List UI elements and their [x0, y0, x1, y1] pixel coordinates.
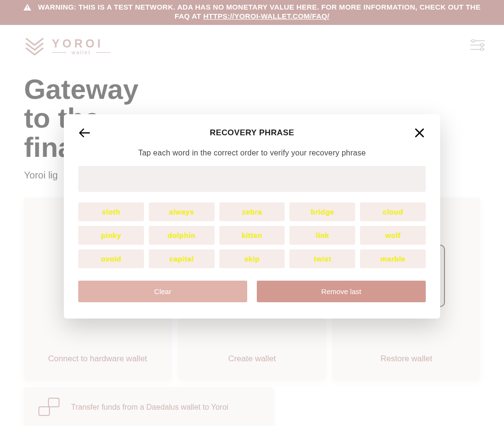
selected-words-area[interactable]	[78, 166, 426, 192]
close-icon[interactable]	[413, 127, 426, 139]
clear-button[interactable]: Clear	[78, 281, 247, 302]
remove-last-button[interactable]: Remove last	[257, 281, 426, 302]
recovery-phrase-modal: RECOVERY PHRASE Tap each word in the cor…	[64, 114, 440, 319]
recovery-word[interactable]: always	[149, 202, 215, 221]
recovery-word[interactable]: dolphin	[149, 226, 215, 245]
back-arrow-icon[interactable]	[78, 127, 91, 139]
modal-title: RECOVERY PHRASE	[91, 128, 413, 138]
recovery-word[interactable]: ovoid	[78, 249, 144, 268]
recovery-word[interactable]: skip	[219, 249, 285, 268]
word-grid: sloth always zebra bridge cloud pinky do…	[78, 202, 426, 268]
recovery-word[interactable]: kitten	[219, 226, 285, 245]
recovery-word[interactable]: bridge	[289, 202, 355, 221]
recovery-word[interactable]: link	[289, 226, 355, 245]
recovery-word[interactable]: cloud	[360, 202, 426, 221]
recovery-word[interactable]: pinky	[78, 226, 144, 245]
recovery-word[interactable]: wolf	[360, 226, 426, 245]
recovery-word[interactable]: twist	[289, 249, 355, 268]
modal-instruction: Tap each word in the correct order to ve…	[78, 149, 426, 157]
recovery-word[interactable]: capital	[149, 249, 215, 268]
recovery-word[interactable]: marble	[360, 249, 426, 268]
recovery-word[interactable]: sloth	[78, 202, 144, 221]
recovery-word[interactable]: zebra	[219, 202, 285, 221]
